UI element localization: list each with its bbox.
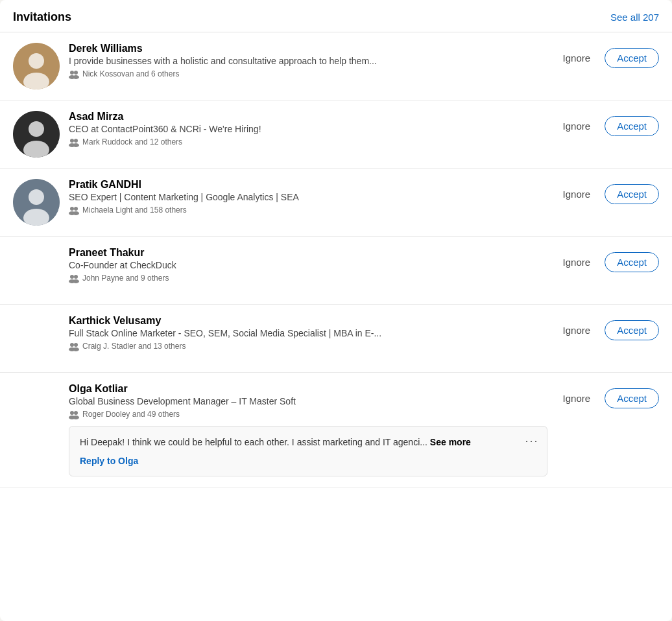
- actions-praneet-thakur: IgnoreAccept: [557, 252, 659, 272]
- svg-point-28: [73, 347, 79, 351]
- ignore-button-praneet-thakur[interactable]: Ignore: [557, 253, 597, 272]
- mutual-pratik-gandhi: Michaela Light and 158 others: [69, 205, 547, 215]
- name-praneet-thakur: Praneet Thakur: [69, 247, 547, 259]
- name-karthick-velusamy: Karthick Velusamy: [69, 315, 547, 327]
- svg-point-17: [70, 207, 74, 211]
- svg-point-18: [74, 207, 78, 211]
- avatar-pratik-gandhi: [13, 179, 60, 226]
- avatar-asad-mirza: [13, 111, 60, 158]
- actions-karthick-velusamy: IgnoreAccept: [557, 320, 659, 340]
- ellipsis-button[interactable]: ···: [525, 434, 539, 448]
- svg-point-25: [70, 343, 74, 347]
- svg-point-22: [74, 275, 78, 279]
- invitation-item-karthick-velusamy: Karthick VelusamyFull Stack Online Marke…: [0, 305, 672, 373]
- invitations-card: Invitations See all 207 Derek WilliamsI …: [0, 0, 672, 621]
- svg-point-10: [70, 139, 74, 143]
- headline-derek-williams: I provide businesses with a holistic and…: [69, 56, 490, 66]
- invitation-item-pratik-gandhi: Pratik GANDHISEO Expert | Content Market…: [0, 169, 672, 237]
- headline-karthick-velusamy: Full Stack Online Marketer - SEO, SEM, S…: [69, 328, 490, 338]
- invitations-title: Invitations: [13, 10, 71, 24]
- info-olga-kotliar: Olga KotliarGlobal Business Development …: [69, 383, 547, 476]
- ignore-button-karthick-velusamy[interactable]: Ignore: [557, 321, 597, 340]
- invitations-list: Derek WilliamsI provide businesses with …: [0, 32, 672, 487]
- ignore-button-derek-williams[interactable]: Ignore: [557, 49, 597, 67]
- name-pratik-gandhi: Pratik GANDHI: [69, 179, 547, 191]
- reply-to-olga-link[interactable]: Reply to Olga: [80, 456, 138, 466]
- svg-point-1: [29, 53, 44, 69]
- ignore-button-asad-mirza[interactable]: Ignore: [557, 117, 597, 135]
- svg-point-4: [74, 71, 78, 75]
- accept-button-praneet-thakur[interactable]: Accept: [605, 252, 659, 272]
- actions-derek-williams: IgnoreAccept: [557, 48, 659, 68]
- actions-asad-mirza: IgnoreAccept: [557, 116, 659, 136]
- headline-olga-kotliar: Global Business Development Manager – IT…: [69, 396, 490, 406]
- see-more-link[interactable]: See more: [430, 437, 471, 447]
- svg-point-6: [73, 75, 79, 79]
- actions-pratik-gandhi: IgnoreAccept: [557, 184, 659, 204]
- accept-button-pratik-gandhi[interactable]: Accept: [605, 184, 659, 204]
- name-olga-kotliar: Olga Kotliar: [69, 383, 547, 395]
- invitations-header: Invitations See all 207: [0, 0, 672, 32]
- info-praneet-thakur: Praneet ThakurCo-Founder at CheckDuck Jo…: [69, 247, 547, 283]
- info-karthick-velusamy: Karthick VelusamyFull Stack Online Marke…: [69, 315, 547, 351]
- actions-olga-kotliar: IgnoreAccept: [557, 388, 659, 408]
- mutual-praneet-thakur: John Payne and 9 others: [69, 273, 547, 283]
- name-asad-mirza: Asad Mirza: [69, 111, 547, 123]
- mutual-asad-mirza: Mark Ruddock and 12 others: [69, 137, 547, 147]
- headline-praneet-thakur: Co-Founder at CheckDuck: [69, 260, 490, 270]
- accept-button-olga-kotliar[interactable]: Accept: [605, 388, 659, 408]
- svg-point-30: [74, 411, 78, 415]
- svg-point-21: [70, 275, 74, 279]
- svg-point-29: [70, 411, 74, 415]
- message-box-olga-kotliar: ···Hi Deepak! I think we could be helpfu…: [69, 426, 547, 476]
- invitation-item-asad-mirza: Asad MirzaCEO at ContactPoint360 & NCRi …: [0, 100, 672, 169]
- headline-pratik-gandhi: SEO Expert | Content Marketing | Google …: [69, 192, 490, 202]
- headline-asad-mirza: CEO at ContactPoint360 & NCRi - We're Hi…: [69, 124, 490, 134]
- mutual-derek-williams: Nick Kossovan and 6 others: [69, 69, 547, 79]
- ignore-button-olga-kotliar[interactable]: Ignore: [557, 389, 597, 408]
- svg-point-24: [73, 279, 79, 283]
- mutual-karthick-velusamy: Craig J. Stadler and 13 others: [69, 341, 547, 351]
- info-pratik-gandhi: Pratik GANDHISEO Expert | Content Market…: [69, 179, 547, 215]
- svg-point-11: [74, 139, 78, 143]
- accept-button-derek-williams[interactable]: Accept: [605, 48, 659, 68]
- no-avatar-olga-kotliar: [13, 383, 60, 430]
- svg-point-32: [73, 416, 79, 419]
- message-text-olga-kotliar: Hi Deepak! I think we could be helpful t…: [80, 436, 536, 449]
- svg-point-26: [74, 343, 78, 347]
- svg-point-15: [29, 189, 44, 205]
- no-avatar-karthick-velusamy: [13, 315, 60, 362]
- invitation-item-olga-kotliar: Olga KotliarGlobal Business Development …: [0, 373, 672, 487]
- accept-button-karthick-velusamy[interactable]: Accept: [605, 320, 659, 340]
- ignore-button-pratik-gandhi[interactable]: Ignore: [557, 185, 597, 204]
- mutual-olga-kotliar: Roger Dooley and 49 others: [69, 409, 547, 419]
- accept-button-asad-mirza[interactable]: Accept: [605, 116, 659, 136]
- invitation-item-praneet-thakur: Praneet ThakurCo-Founder at CheckDuck Jo…: [0, 237, 672, 305]
- info-derek-williams: Derek WilliamsI provide businesses with …: [69, 43, 547, 79]
- no-avatar-praneet-thakur: [13, 247, 60, 294]
- invitation-item-derek-williams: Derek WilliamsI provide businesses with …: [0, 32, 672, 100]
- name-derek-williams: Derek Williams: [69, 43, 547, 54]
- svg-point-8: [29, 121, 44, 137]
- svg-point-13: [73, 143, 79, 147]
- svg-point-3: [70, 71, 74, 75]
- info-asad-mirza: Asad MirzaCEO at ContactPoint360 & NCRi …: [69, 111, 547, 147]
- svg-point-20: [73, 211, 79, 215]
- see-all-link[interactable]: See all 207: [610, 12, 659, 23]
- avatar-derek-williams: [13, 43, 60, 89]
